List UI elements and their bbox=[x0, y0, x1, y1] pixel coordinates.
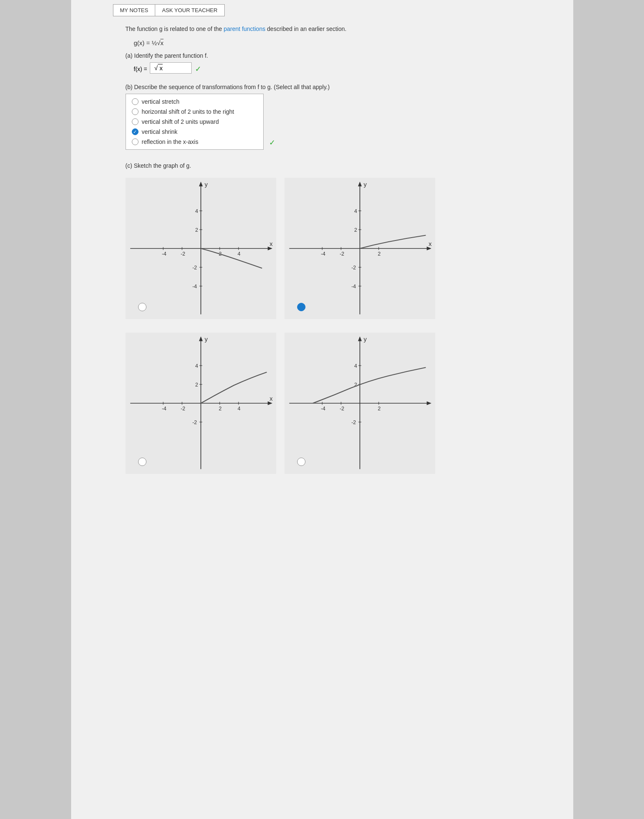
svg-text:2: 2 bbox=[354, 227, 357, 233]
checkbox-label-1: vertical stretch bbox=[142, 98, 180, 105]
checkbox-item-3[interactable]: vertical shift of 2 units upward bbox=[132, 118, 257, 125]
part-c-label: (c) Sketch the graph of g. bbox=[126, 162, 557, 169]
svg-text:-2: -2 bbox=[339, 251, 344, 257]
graph-4-container: y -2 -4 2 2 4 -2 bbox=[285, 332, 435, 474]
checkbox-4[interactable] bbox=[132, 128, 139, 135]
intro-text-before: The function g is related to one of the bbox=[126, 26, 224, 32]
graph-4-svg: y -2 -4 2 2 4 -2 bbox=[285, 332, 435, 474]
graphs-row-1: y x -2 -4 2 4 2 bbox=[126, 177, 557, 320]
checkbox-item-5[interactable]: reflection in the x-axis bbox=[132, 138, 257, 145]
graph-3-radio[interactable] bbox=[138, 458, 146, 466]
checkbox-label-4: vertical shrink bbox=[142, 128, 178, 135]
svg-text:2: 2 bbox=[377, 251, 380, 257]
part-b-container: (b) Describe the sequence of transformat… bbox=[126, 84, 557, 152]
svg-text:-4: -4 bbox=[162, 406, 166, 412]
function-g-label: g(x) = bbox=[134, 39, 152, 46]
graph-1-container: y x -2 -4 2 4 2 bbox=[126, 177, 276, 320]
svg-text:x: x bbox=[428, 241, 432, 247]
svg-text:y: y bbox=[364, 181, 367, 188]
intro-paragraph: The function g is related to one of the … bbox=[126, 25, 557, 33]
svg-text:2: 2 bbox=[195, 382, 198, 388]
svg-text:-4: -4 bbox=[321, 251, 325, 257]
fx-prefix: f(x) = bbox=[134, 66, 147, 72]
checkbox-label-5: reflection in the x-axis bbox=[142, 138, 198, 145]
svg-text:y: y bbox=[205, 181, 208, 188]
svg-text:-4: -4 bbox=[321, 406, 325, 412]
part-a-answer-box: √ x bbox=[150, 62, 192, 74]
graph-2-container: y x -2 -4 2 2 4 -2 bbox=[285, 177, 435, 320]
checkbox-label-3: vertical shift of 2 units upward bbox=[142, 118, 219, 125]
checkbox-group: vertical stretch horizontal shift of 2 u… bbox=[126, 94, 264, 150]
svg-text:2: 2 bbox=[195, 227, 198, 233]
part-a-checkmark: ✓ bbox=[195, 64, 201, 74]
svg-text:-4: -4 bbox=[162, 251, 166, 257]
checkbox-5[interactable] bbox=[132, 138, 139, 145]
checkbox-2[interactable] bbox=[132, 108, 139, 115]
svg-text:-2: -2 bbox=[192, 420, 197, 425]
graph-3-svg: y x -2 -4 2 4 2 4 bbox=[126, 332, 276, 474]
checkbox-item-2[interactable]: horizontal shift of 2 units to the right bbox=[132, 108, 257, 115]
svg-text:4: 4 bbox=[195, 208, 198, 214]
svg-text:4: 4 bbox=[354, 363, 357, 369]
checkbox-label-2: horizontal shift of 2 units to the right bbox=[142, 108, 234, 115]
svg-text:y: y bbox=[205, 336, 208, 343]
svg-text:y: y bbox=[364, 336, 367, 343]
svg-text:x: x bbox=[269, 241, 273, 247]
toolbar: MY NOTES ASK YOUR TEACHER bbox=[113, 4, 225, 16]
svg-text:4: 4 bbox=[195, 363, 198, 369]
intro-text-after: described in an earlier section. bbox=[265, 26, 346, 32]
checkbox-1[interactable] bbox=[132, 98, 139, 105]
graph-3-container: y x -2 -4 2 4 2 4 bbox=[126, 332, 276, 474]
graph-1-svg: y x -2 -4 2 4 2 bbox=[126, 177, 276, 320]
svg-text:2: 2 bbox=[377, 406, 380, 412]
part-b-label: (b) Describe the sequence of transformat… bbox=[126, 84, 557, 90]
svg-text:4: 4 bbox=[354, 208, 357, 214]
page: MY NOTES ASK YOUR TEACHER The function g… bbox=[71, 0, 573, 819]
svg-text:-2: -2 bbox=[339, 406, 344, 412]
my-notes-button[interactable]: MY NOTES bbox=[113, 5, 156, 16]
svg-text:-2: -2 bbox=[351, 420, 356, 425]
parent-functions-link[interactable]: parent functions bbox=[224, 26, 266, 32]
svg-text:4: 4 bbox=[237, 406, 240, 412]
svg-text:x: x bbox=[269, 395, 273, 402]
svg-text:-4: -4 bbox=[351, 284, 356, 289]
function-g-expression: ½√x bbox=[151, 39, 163, 46]
checkbox-item-1[interactable]: vertical stretch bbox=[132, 98, 257, 105]
function-g-display: g(x) = ½√x bbox=[134, 39, 557, 46]
checkbox-3[interactable] bbox=[132, 118, 139, 125]
svg-text:2: 2 bbox=[218, 406, 221, 412]
svg-text:-2: -2 bbox=[180, 251, 185, 257]
svg-text:-4: -4 bbox=[192, 284, 197, 289]
graph-2-svg: y x -2 -4 2 2 4 -2 bbox=[285, 177, 435, 320]
part-a-answer: √ x bbox=[154, 64, 163, 72]
svg-text:-2: -2 bbox=[192, 265, 197, 271]
sketch-section: (c) Sketch the graph of g. bbox=[126, 162, 557, 474]
ask-teacher-button[interactable]: ASK YOUR TEACHER bbox=[155, 5, 224, 16]
svg-text:-2: -2 bbox=[351, 265, 356, 271]
checkbox-item-4[interactable]: vertical shrink bbox=[132, 128, 257, 135]
graph-2-radio[interactable] bbox=[297, 303, 305, 311]
graphs-row-2: y x -2 -4 2 4 2 4 bbox=[126, 332, 557, 474]
part-a-label: (a) Identify the parent function f. bbox=[126, 52, 557, 59]
graph-1-radio[interactable] bbox=[138, 303, 146, 311]
part-b-checkmark: ✓ bbox=[269, 138, 275, 147]
svg-text:4: 4 bbox=[237, 251, 240, 257]
graph-4-radio[interactable] bbox=[297, 458, 305, 466]
main-content: The function g is related to one of the … bbox=[126, 25, 573, 474]
svg-text:-2: -2 bbox=[180, 406, 185, 412]
